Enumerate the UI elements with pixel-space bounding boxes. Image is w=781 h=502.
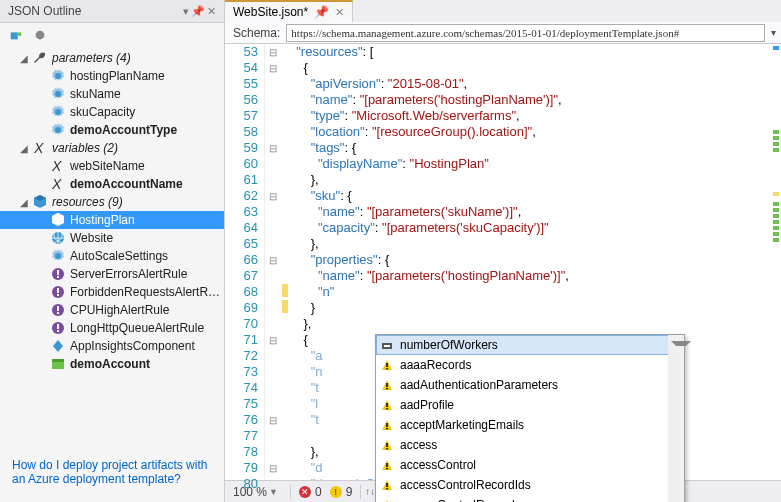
add-resource-icon[interactable] — [8, 27, 24, 43]
tree-node-Website[interactable]: Website — [0, 229, 224, 247]
expand-icon[interactable] — [36, 214, 48, 226]
tree-node-CPUHighAlertRule[interactable]: CPUHighAlertRule — [0, 301, 224, 319]
expand-icon[interactable] — [36, 124, 48, 136]
outline-tree[interactable]: ◢parameters (4)hostingPlanNameskuNamesku… — [0, 47, 224, 446]
svg-rect-40 — [386, 483, 388, 487]
tree-node-HostingPlan[interactable]: HostingPlan — [0, 211, 224, 229]
intellisense-scrollbar[interactable] — [668, 335, 684, 502]
intellisense-item[interactable]: accessControl — [376, 455, 684, 475]
intellisense-item[interactable]: accessControlRecords — [376, 495, 684, 502]
svg-rect-41 — [386, 488, 388, 490]
intellisense-item[interactable]: accessControlRecordIds — [376, 475, 684, 495]
fold-toggle[interactable]: ⊟ — [267, 61, 279, 77]
fold-toggle[interactable]: ⊟ — [267, 413, 279, 429]
warning-icon — [380, 438, 394, 452]
overview-ruler[interactable] — [771, 44, 781, 480]
intellisense-item[interactable]: aadAuthenticationParameters — [376, 375, 684, 395]
editor-tabbar[interactable]: WebSite.json* 📌 ✕ — [225, 0, 781, 22]
tab-pin-icon[interactable]: 📌 — [314, 5, 329, 19]
expand-icon[interactable] — [36, 250, 48, 262]
editor-tab[interactable]: WebSite.json* 📌 ✕ — [225, 0, 353, 22]
warning-icon: ! — [330, 486, 342, 498]
svg-rect-17 — [57, 294, 59, 296]
expand-icon[interactable] — [36, 340, 48, 352]
fold-toggle[interactable]: ⊟ — [267, 461, 279, 477]
errors-indicator[interactable]: ✕ 0 — [295, 485, 326, 499]
tree-node-AppInsightsComponent[interactable]: AppInsightsComponent — [0, 337, 224, 355]
svg-rect-25 — [52, 359, 64, 362]
tree-node-label: AutoScaleSettings — [70, 249, 224, 263]
fold-toggle[interactable]: ⊟ — [267, 333, 279, 349]
tree-node-label: ForbiddenRequestsAlertRule — [70, 285, 224, 299]
property-icon — [380, 338, 394, 352]
expand-icon[interactable] — [36, 70, 48, 82]
tree-node-LongHttpQueueAlertRule[interactable]: LongHttpQueueAlertRule — [0, 319, 224, 337]
help-link[interactable]: How do I deploy project artifacts with a… — [12, 458, 207, 486]
tree-node-variables[interactable]: ◢Xvariables (2) — [0, 139, 224, 157]
tree-node-resources[interactable]: ◢resources (9) — [0, 193, 224, 211]
schema-input[interactable] — [286, 24, 765, 42]
warning-icon — [380, 358, 394, 372]
tree-node-demoAccount[interactable]: demoAccount — [0, 355, 224, 373]
toolbar-icon[interactable] — [32, 27, 48, 43]
tree-node-ForbiddenRequestsAlertRule[interactable]: ForbiddenRequestsAlertRule — [0, 283, 224, 301]
expand-icon[interactable] — [36, 160, 48, 172]
intellisense-popup[interactable]: numberOfWorkersaaaaRecordsaadAuthenticat… — [375, 334, 685, 502]
expand-icon[interactable] — [36, 286, 48, 298]
expand-icon[interactable] — [36, 106, 48, 118]
svg-rect-35 — [386, 428, 388, 430]
tree-node-demoAccountName[interactable]: XdemoAccountName — [0, 175, 224, 193]
fold-toggle[interactable]: ⊟ — [267, 45, 279, 61]
error-icon: ✕ — [299, 486, 311, 498]
svg-rect-22 — [57, 324, 59, 329]
fold-toggle[interactable]: ⊟ — [267, 141, 279, 157]
expand-icon[interactable]: ◢ — [18, 196, 30, 208]
tree-node-ServerErrorsAlertRule[interactable]: ServerErrorsAlertRule — [0, 265, 224, 283]
fold-gutter[interactable]: ⊟⊟⊟⊟⊟⊟⊟⊟ — [265, 44, 281, 480]
intellisense-item[interactable]: acceptMarketingEmails — [376, 415, 684, 435]
pin-icon[interactable]: 📌 — [191, 5, 205, 18]
svg-rect-23 — [57, 330, 59, 332]
expand-icon[interactable] — [36, 88, 48, 100]
expand-icon[interactable] — [36, 358, 48, 370]
intellisense-item[interactable]: aadProfile — [376, 395, 684, 415]
expand-icon[interactable] — [36, 268, 48, 280]
intellisense-item[interactable]: numberOfWorkers — [376, 335, 684, 355]
fold-toggle[interactable]: ⊟ — [267, 189, 279, 205]
gear-icon — [50, 122, 66, 138]
warning-icon — [380, 418, 394, 432]
expand-icon[interactable] — [36, 304, 48, 316]
intellisense-item[interactable]: access — [376, 435, 684, 455]
tree-node-skuName[interactable]: skuName — [0, 85, 224, 103]
fold-toggle[interactable]: ⊟ — [267, 253, 279, 269]
svg-rect-0 — [11, 32, 18, 39]
svg-text:X: X — [51, 158, 62, 174]
expand-icon[interactable] — [36, 232, 48, 244]
expand-icon[interactable] — [36, 178, 48, 190]
warning-count: 9 — [346, 485, 353, 499]
x-icon: X — [32, 140, 48, 156]
tree-node-AutoScaleSettings[interactable]: AutoScaleSettings — [0, 247, 224, 265]
tree-node-skuCapacity[interactable]: skuCapacity — [0, 103, 224, 121]
svg-text:X: X — [51, 176, 62, 192]
tree-node-hostingPlanName[interactable]: hostingPlanName — [0, 67, 224, 85]
schema-dropdown-icon[interactable]: ▾ — [765, 27, 781, 38]
warnings-indicator[interactable]: ! 9 — [326, 485, 357, 499]
code-editor[interactable]: 5354555657585960616263646566676869707172… — [225, 44, 781, 480]
tab-close-icon[interactable]: ✕ — [335, 6, 344, 19]
error-count: 0 — [315, 485, 322, 499]
panel-titlebar[interactable]: JSON Outline ▾ 📌 ✕ — [0, 0, 224, 23]
svg-rect-36 — [386, 443, 388, 447]
expand-icon[interactable] — [36, 322, 48, 334]
intellisense-item[interactable]: aaaaRecords — [376, 355, 684, 375]
expand-icon[interactable]: ◢ — [18, 52, 30, 64]
tree-node-webSiteName[interactable]: XwebSiteName — [0, 157, 224, 175]
svg-rect-33 — [386, 408, 388, 410]
expand-icon[interactable]: ◢ — [18, 142, 30, 154]
tree-node-label: parameters (4) — [52, 51, 224, 65]
close-icon[interactable]: ✕ — [207, 5, 216, 18]
tree-node-parameters[interactable]: ◢parameters (4) — [0, 49, 224, 67]
gear-icon — [50, 104, 66, 120]
tree-node-demoAccountType[interactable]: demoAccountType — [0, 121, 224, 139]
dropdown-icon[interactable]: ▾ — [183, 5, 189, 18]
